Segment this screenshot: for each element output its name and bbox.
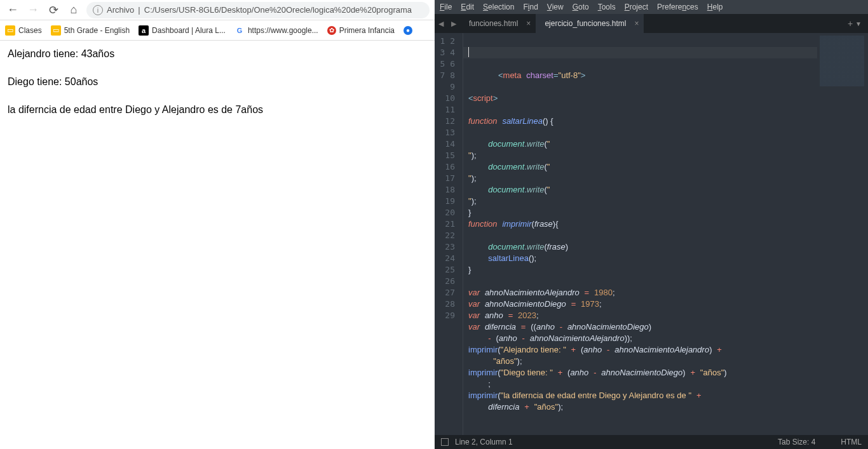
bookmark-more[interactable]: ● — [403, 26, 412, 35]
back-button[interactable]: ← — [5, 3, 20, 18]
sublime-editor: File Edit Selection Find View Goto Tools… — [435, 0, 868, 449]
close-icon[interactable]: × — [634, 19, 639, 28]
output-line: la diferncia de edad entre Diego y Aleja… — [8, 104, 427, 116]
status-position: Line 2, Column 1 — [455, 438, 513, 446]
classroom-icon: ▭ — [51, 25, 61, 36]
browser-nav-toolbar: ← → ⟳ ⌂ i Archivo | C:/Users/USR-8GL6/De… — [0, 0, 435, 20]
browser-window: ← → ⟳ ⌂ i Archivo | C:/Users/USR-8GL6/De… — [0, 0, 435, 449]
active-line-highlight — [463, 47, 817, 58]
menu-find[interactable]: Find — [523, 3, 538, 11]
tab-funciones[interactable]: funciones.html × — [460, 14, 536, 33]
close-icon[interactable]: × — [526, 19, 531, 28]
status-language[interactable]: HTML — [841, 438, 862, 446]
classroom-icon: ▭ — [5, 25, 15, 36]
bookmark-google[interactable]: G https://www.google... — [234, 25, 318, 36]
menu-goto[interactable]: Goto — [573, 3, 589, 11]
editor-body[interactable]: 1 2 3 4 5 6 7 8 9 10 11 12 13 14 15 16 1… — [435, 33, 868, 435]
text-cursor — [468, 47, 469, 57]
code-area[interactable]: <meta charset="utf-8"> <script> function… — [463, 33, 817, 435]
menu-project[interactable]: Project — [625, 3, 648, 11]
output-line: Alejandro tiene: 43años — [8, 48, 427, 60]
alura-icon: a — [139, 25, 149, 36]
bookmark-5th-grade[interactable]: ▭ 5th Grade - English — [51, 25, 130, 36]
menu-file[interactable]: File — [440, 3, 452, 11]
tab-next-icon[interactable]: ▶ — [447, 14, 460, 33]
status-bar: Line 2, Column 1 Tab Size: 4 HTML — [435, 435, 868, 449]
panel-toggle-icon[interactable] — [441, 438, 449, 446]
menu-selection[interactable]: Selection — [483, 3, 514, 11]
bookmark-icon: ✿ — [327, 26, 336, 35]
tab-add[interactable]: + ▼ — [841, 18, 868, 29]
tab-bar: ◀ ▶ funciones.html × ejercicio_funciones… — [435, 14, 868, 33]
output-line: Diego tiene: 50años — [8, 76, 427, 88]
bookmarks-bar: ▭ Clases ▭ 5th Grade - English a Dashboa… — [0, 20, 435, 41]
bookmark-primera-infancia[interactable]: ✿ Primera Infancia — [327, 26, 395, 35]
menu-tools[interactable]: Tools — [598, 3, 616, 11]
info-icon: i — [93, 5, 103, 15]
menu-edit[interactable]: Edit — [461, 3, 474, 11]
minimap-viewport — [820, 36, 864, 86]
address-path: C:/Users/USR-8GL6/Desktop/One%20Orecle/l… — [144, 5, 412, 15]
tab-prev-icon[interactable]: ◀ — [435, 14, 447, 33]
address-sep: | — [138, 5, 140, 15]
menu-view[interactable]: View — [547, 3, 564, 11]
minimap[interactable] — [817, 33, 868, 435]
menu-preferences[interactable]: Preferences — [657, 3, 698, 11]
menu-bar: File Edit Selection Find View Goto Tools… — [435, 0, 868, 14]
reload-button[interactable]: ⟳ — [46, 3, 61, 18]
line-gutter: 1 2 3 4 5 6 7 8 9 10 11 12 13 14 15 16 1… — [435, 33, 463, 435]
address-prefix: Archivo — [107, 5, 134, 15]
page-content: Alejandro tiene: 43años Diego tiene: 50a… — [0, 41, 435, 449]
address-bar[interactable]: i Archivo | C:/Users/USR-8GL6/Desktop/On… — [86, 2, 430, 18]
bookmark-clases[interactable]: ▭ Clases — [5, 25, 42, 36]
google-icon: G — [234, 25, 245, 36]
bookmark-icon: ● — [403, 26, 412, 35]
menu-help[interactable]: Help — [707, 3, 723, 11]
home-button[interactable]: ⌂ — [66, 3, 81, 18]
status-tab-size[interactable]: Tab Size: 4 — [778, 438, 815, 446]
bookmark-alura[interactable]: a Dashboard | Alura L... — [139, 25, 226, 36]
forward-button[interactable]: → — [25, 3, 41, 18]
tab-ejercicio-funciones[interactable]: ejercicio_funciones.html × — [536, 14, 644, 33]
